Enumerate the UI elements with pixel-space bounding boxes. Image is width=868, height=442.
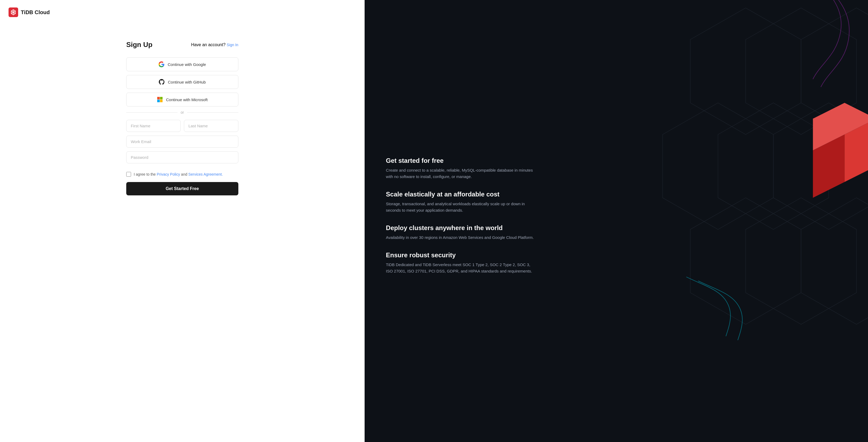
svg-marker-6: [745, 8, 856, 134]
hex-background-decoration: [607, 0, 868, 356]
github-btn-label: Continue with GitHub: [168, 80, 206, 84]
agree-label: I agree to the Privacy Policy and Servic…: [134, 172, 223, 177]
svg-marker-15: [813, 134, 844, 198]
form-header: Sign Up Have an account? Sign In: [126, 40, 238, 49]
right-panel: Get started for free Create and connect …: [365, 0, 868, 442]
last-name-input[interactable]: [184, 120, 238, 132]
first-name-input[interactable]: [126, 120, 181, 132]
svg-rect-4: [160, 100, 162, 102]
feature-3: Deploy clusters anywhere in the world Av…: [386, 224, 535, 241]
google-btn-label: Continue with Google: [167, 62, 206, 67]
feature-1-desc: Create and connect to a scalable, reliab…: [386, 167, 535, 180]
have-account-label: Have an account?: [191, 42, 225, 47]
password-input[interactable]: [126, 151, 238, 163]
feature-1-title: Get started for free: [386, 157, 535, 164]
services-agreement-link[interactable]: Services Agreement.: [188, 172, 223, 177]
tidb-logo-icon: [8, 7, 18, 17]
svg-rect-3: [157, 100, 160, 102]
svg-marker-13: [801, 198, 868, 324]
feature-2: Scale elastically at an affordable cost …: [386, 191, 535, 214]
agree-checkbox[interactable]: [126, 172, 131, 177]
feature-2-desc: Storage, transactional, and analytical w…: [386, 201, 535, 214]
feature-2-title: Scale elastically at an affordable cost: [386, 191, 535, 198]
svg-marker-16: [813, 103, 868, 150]
privacy-policy-link[interactable]: Privacy Policy: [157, 172, 180, 177]
svg-marker-7: [801, 8, 868, 134]
svg-marker-10: [773, 103, 868, 229]
microsoft-btn-label: Continue with Microsoft: [166, 97, 208, 102]
page-title: Sign Up: [126, 40, 152, 49]
feature-4-desc: TiDB Dedicated and TiDB Serverless meet …: [386, 261, 535, 274]
logo-area: TiDB Cloud: [0, 0, 365, 25]
google-icon: [159, 61, 164, 67]
feature-3-desc: Availability in over 30 regions in Amazo…: [386, 234, 535, 241]
microsoft-oauth-button[interactable]: Continue with Microsoft: [126, 93, 238, 106]
divider-text: or: [181, 110, 184, 115]
svg-marker-11: [690, 198, 801, 324]
svg-marker-5: [690, 8, 801, 134]
feature-3-title: Deploy clusters anywhere in the world: [386, 224, 535, 232]
agreement-row: I agree to the Privacy Policy and Servic…: [126, 172, 238, 177]
microsoft-icon: [157, 97, 163, 102]
feature-1: Get started for free Create and connect …: [386, 157, 535, 180]
google-oauth-button[interactable]: Continue with Google: [126, 57, 238, 71]
github-oauth-button[interactable]: Continue with GitHub: [126, 75, 238, 89]
svg-marker-8: [662, 103, 773, 229]
logo-text: TiDB Cloud: [21, 9, 50, 15]
svg-rect-2: [160, 97, 162, 100]
get-started-button[interactable]: Get Started Free: [126, 182, 238, 195]
left-panel: TiDB Cloud Sign Up Have an account? Sign…: [0, 0, 365, 442]
github-icon: [159, 79, 165, 85]
svg-marker-12: [745, 198, 856, 324]
name-row: [126, 120, 238, 132]
form-container: Sign Up Have an account? Sign In Continu…: [0, 25, 365, 442]
have-account-text: Have an account? Sign In: [191, 42, 238, 47]
right-content: Get started for free Create and connect …: [386, 157, 535, 285]
svg-marker-14: [844, 119, 868, 182]
divider: or: [126, 110, 238, 115]
svg-marker-9: [718, 103, 829, 229]
feature-4-title: Ensure robust security: [386, 251, 535, 259]
form-inner: Sign Up Have an account? Sign In Continu…: [126, 40, 238, 195]
email-input[interactable]: [126, 135, 238, 148]
sign-in-link[interactable]: Sign In: [227, 43, 238, 47]
feature-4: Ensure robust security TiDB Dedicated an…: [386, 251, 535, 274]
svg-rect-1: [157, 97, 160, 100]
